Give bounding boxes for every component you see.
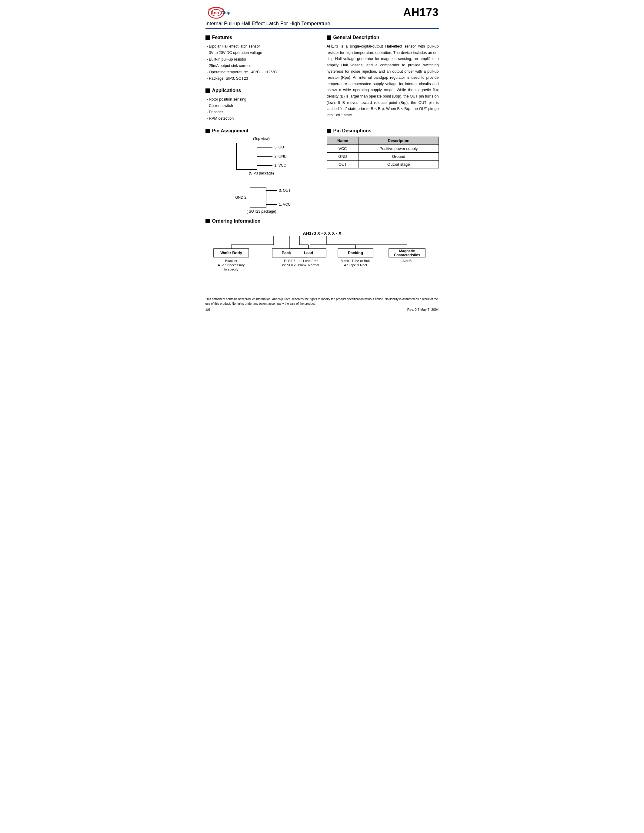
list-item: Encoder (207, 109, 317, 116)
bullet-icon (206, 129, 210, 133)
list-item: 3V to 20V DC operation voltage (207, 50, 317, 56)
features-list: Bipolar Hall effect latch sensor 3V to 2… (206, 43, 317, 82)
ordering-title: Ordering Information (206, 219, 439, 224)
pin-descriptions-col: Pin Descriptions Name Description VCC Po… (327, 127, 439, 214)
pin-label-3: 3. OUT (274, 145, 286, 150)
pin-row-vcc: 1. VCC (257, 163, 287, 167)
pin-sot-1: 1. VCC (279, 203, 291, 207)
svg-text:AH173 X - X X X - X: AH173 X - X X X - X (303, 231, 341, 236)
sot23-package-label: ( SOT23 package) (246, 209, 276, 214)
svg-text:to specify: to specify (224, 267, 238, 271)
footer: This datasheet contains new product info… (206, 295, 439, 312)
svg-text:Ana: Ana (210, 10, 219, 15)
page-header: Ana Chip AH173 (206, 6, 439, 19)
ordering-section: Ordering Information AH173 X - X X X - X (206, 219, 439, 289)
pin-name-vcc: VCC (327, 145, 359, 152)
pin-label-2: 2. GND (274, 154, 287, 158)
list-item: Built-in pull-up resistor (207, 56, 317, 63)
pin-row-out: 3. OUT (257, 145, 287, 150)
pin-section: Pin Assignment (Top view) 3. OUT 2. GN (206, 127, 439, 214)
list-item: Current switch (207, 103, 317, 109)
sip3-diagram: 3. OUT 2. GND 1. VCC (SIP3 package) (236, 143, 287, 175)
pin-line (266, 190, 277, 191)
ordering-diagram: AH173 X - X X X - X (206, 228, 439, 289)
features-title: Features (206, 35, 317, 40)
main-content-top: Features Bipolar Hall effect latch senso… (206, 34, 439, 122)
pin-line (257, 147, 272, 148)
svg-text:P: SIP3: P: SIP3 (284, 259, 295, 263)
anachip-logo: Ana Chip (206, 6, 242, 19)
svg-text:Blank or: Blank or (225, 259, 237, 263)
list-item: 25mA output sink current (207, 63, 317, 69)
revision-info: Rev. 0.7 May 7, 2004 (407, 307, 439, 312)
bullet-icon (206, 219, 210, 223)
col-header-desc: Description (359, 137, 438, 145)
table-header-row: Name Description (327, 137, 438, 145)
pin-assignment-title: Pin Assignment (206, 128, 317, 133)
bullet-icon (206, 88, 210, 93)
top-view-label: (Top view) (253, 137, 270, 141)
sip3-package-label: (SIP3 package) (236, 171, 287, 175)
left-column: Features Bipolar Hall effect latch senso… (206, 34, 317, 122)
right-column: General Description AH173 is a single-di… (327, 34, 439, 122)
pin-line (257, 165, 272, 166)
pin-row-gnd: 2. GND (257, 154, 287, 158)
pin-sot-3: 3. OUT (279, 188, 291, 193)
list-item: Package: SIP3, SOT23 (207, 76, 317, 82)
pin-name-gnd: GND (327, 152, 359, 160)
sot23-diagram: GND 2. 3. OUT 1. VCC (235, 187, 291, 208)
svg-text:W: SOT23: W: SOT23 (282, 263, 297, 267)
svg-text:Blank: Normal: Blank: Normal (298, 263, 319, 267)
product-title: AH173 (403, 6, 438, 19)
ordering-svg-container: AH173 X - X X X - X (206, 228, 439, 289)
svg-text:A~Z : if necessary: A~Z : if necessary (217, 263, 245, 267)
pin-desc-vcc: Positive power supply (359, 145, 438, 152)
list-item: Rotor position sensing (207, 96, 317, 103)
pin-line (266, 204, 277, 205)
pin-line (257, 156, 272, 157)
pin-label-1: 1. VCC (274, 163, 286, 167)
list-item: Operating temperature: −40°C ~ +125°C (207, 69, 317, 76)
bullet-icon (327, 35, 331, 40)
pin-row-sot-vcc: 1. VCC (266, 203, 291, 207)
svg-text:Blank : Tube or Bulk: Blank : Tube or Bulk (340, 259, 370, 263)
sot23-gnd-label: GND 2. (235, 195, 247, 199)
table-row: VCC Positive power supply (327, 145, 438, 152)
bullet-icon (206, 35, 210, 40)
footer-disclaimer: This datasheet contains new product info… (206, 297, 439, 306)
table-row: GND Ground (327, 152, 438, 160)
sip3-pins: 3. OUT 2. GND 1. VCC (257, 143, 287, 170)
svg-text:Packing: Packing (348, 251, 363, 255)
page-number: 1/6 (206, 307, 210, 312)
svg-text:Chip: Chip (220, 10, 230, 15)
sot23-box (250, 187, 266, 208)
ordering-svg: AH173 X - X X X - X (207, 228, 437, 289)
svg-text:Magnetic: Magnetic (399, 249, 415, 253)
applications-list: Rotor position sensing Current switch En… (206, 96, 317, 122)
pin-desc-out: Output stage (359, 160, 438, 168)
header-rule (206, 28, 439, 29)
applications-title: Applications (206, 88, 317, 93)
svg-text:Wafer Body: Wafer Body (220, 251, 242, 255)
svg-text:A    : Tape & Reel: A : Tape & Reel (344, 263, 367, 267)
pin-assignment-col: Pin Assignment (Top view) 3. OUT 2. GN (206, 127, 317, 214)
col-header-name: Name (327, 137, 359, 145)
list-item: RPM detection (207, 116, 317, 122)
svg-text:A or B: A or B (402, 259, 412, 263)
pin-diagram-area: (Top view) 3. OUT 2. GND (206, 137, 317, 214)
pin-name-out: OUT (327, 160, 359, 168)
table-row: OUT Output stage (327, 160, 438, 168)
pin-desc-gnd: Ground (359, 152, 438, 160)
sip3-box (236, 143, 257, 170)
pin-row-sot-out: 3. OUT (266, 188, 291, 193)
svg-text:Lead: Lead (304, 251, 313, 255)
general-desc-title: General Description (327, 35, 439, 40)
pin-desc-title: Pin Descriptions (327, 128, 439, 133)
svg-text:L : Lead Free: L : Lead Free (298, 259, 318, 263)
page-subtitle: Internal Pull-up Hall Effect Latch For H… (206, 21, 439, 27)
pin-table: Name Description VCC Positive power supp… (327, 137, 439, 169)
general-desc-text: AH173 is a single-digital-output Hall-ef… (327, 43, 439, 119)
bullet-icon (327, 129, 331, 133)
sot23-right-pins: 3. OUT 1. VCC (266, 188, 291, 207)
list-item: Bipolar Hall effect latch sensor (207, 43, 317, 50)
